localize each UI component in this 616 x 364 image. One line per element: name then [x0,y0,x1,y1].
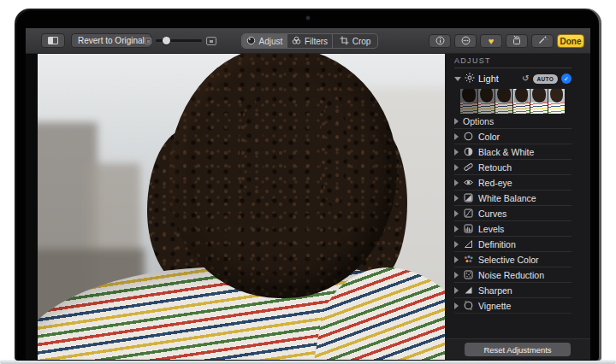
tab-adjust[interactable]: Adjust [242,34,287,48]
white-balance-icon [463,192,474,203]
compare-original-button[interactable] [41,33,65,48]
info-button[interactable] [429,34,451,48]
chevron-right-icon [454,241,459,248]
sidebar-item-label: Selective Color [478,255,539,265]
photo-canvas [26,54,445,360]
heart-icon: ♥ [489,37,495,46]
light-thumbnail[interactable] [478,89,495,114]
light-thumbnail[interactable] [548,89,566,114]
sidebar-item-white-balance[interactable]: White Balance [454,191,572,206]
chevron-right-icon [454,133,459,140]
sidebar-item-light[interactable]: Light ↺ AUTO ✓ [454,70,572,87]
crop-icon [340,36,349,47]
macbook-bezel: Revert to Original Adjust [15,9,601,361]
sidebar-item-vignette[interactable]: Vignette [454,298,572,314]
sidebar-item-label: Levels [478,224,504,234]
sidebar-item-noise-reduction[interactable]: Noise Reduction [454,267,572,283]
sidebar-item-color[interactable]: Color [454,129,572,144]
zoom-slider [145,33,216,48]
toolbar-right-buttons: ♥ Done [429,34,584,48]
sidebar-item-label: Color [478,132,500,142]
sidebar-item-sharpen[interactable]: Sharpen [454,283,572,298]
done-button-label: Done [560,37,582,46]
sidebar-item-label: White Balance [478,193,536,203]
light-thumbnail[interactable] [460,89,477,114]
rotate-icon [512,35,522,47]
sidebar-item-black-white[interactable]: Black & White [454,144,572,160]
ellipsis-circle-icon [461,36,471,47]
more-extensions-button[interactable] [454,34,477,48]
sidebar-footer: Reset Adjustments [445,338,590,360]
noise-reduction-icon [463,269,474,280]
sidebar-item-levels[interactable]: Levels [454,221,572,237]
edited-photo [38,54,445,360]
tab-label: Crop [352,37,371,46]
sidebar-item-curves[interactable]: Curves [454,206,572,221]
chevron-right-icon [454,287,459,294]
chevron-right-icon [454,256,459,263]
sidebar-item-label: Retouch [478,162,512,173]
favorite-button[interactable]: ♥ [480,34,502,48]
chevron-right-icon [454,272,459,279]
light-thumbnail[interactable] [495,89,512,114]
chevron-right-icon [454,179,459,186]
auto-enhance-button[interactable] [531,34,554,48]
photos-edit-window: Revert to Original Adjust [26,28,590,360]
light-thumbnail[interactable] [530,89,548,114]
options-label: Options [463,116,494,126]
chevron-right-icon [454,149,459,156]
tab-filters[interactable]: Filters [287,34,333,48]
magic-wand-icon [537,35,548,47]
light-thumbnail-selected[interactable] [513,89,530,114]
sidebar-item-label: Vignette [478,301,511,311]
light-options-toggle[interactable]: Options [454,114,572,129]
sidebar-item-label: Light [478,73,499,84]
done-button[interactable]: Done [557,34,584,48]
chevron-right-icon [454,164,459,171]
chevron-right-icon [454,210,459,217]
sidebar-item-label: Curves [478,208,506,219]
red-eye-icon [463,177,474,188]
chevron-right-icon [454,195,459,202]
subject-hair [240,98,264,203]
revert-button-label: Revert to Original [78,36,145,45]
webcam-icon [306,16,310,20]
sun-icon [465,71,475,86]
page: Revert to Original Adjust [0,0,616,364]
edit-content: ADJUST Light ↺ AUTO ✓ [26,54,590,360]
sidebar-item-selective-color[interactable]: Selective Color [454,252,572,267]
sharpen-icon [463,285,474,296]
zoom-slider-track[interactable] [156,39,202,42]
revert-button[interactable]: Revert to Original [71,33,151,48]
retouch-icon [463,161,474,173]
adjust-panel-title: ADJUST [454,54,572,68]
zoom-slider-knob[interactable] [163,37,170,44]
edit-mode-tabs: Adjust Filters Crop [241,33,378,49]
edit-toolbar: Revert to Original Adjust [26,28,590,54]
vignette-icon [463,300,474,311]
undo-arrow-icon[interactable]: ↺ [522,74,529,83]
selective-color-icon [463,254,474,265]
tab-crop[interactable]: Crop [333,34,377,48]
chevron-right-icon [454,302,459,309]
blue-checkmark-icon[interactable]: ✓ [561,73,572,84]
definition-icon [463,238,474,250]
rotate-button[interactable] [506,34,528,48]
chevron-down-icon[interactable] [454,77,461,81]
sidebar-item-retouch[interactable]: Retouch [454,160,572,175]
sidebar-item-label: Definition [478,239,516,250]
tab-label: Filters [305,37,328,46]
sidebar-item-label: Red-eye [478,178,512,188]
light-strength-strip [460,89,565,114]
chevron-right-icon [454,226,459,232]
chevron-right-icon [454,118,459,125]
auto-badge[interactable]: AUTO [533,74,559,84]
sidebar-item-definition[interactable]: Definition [454,237,572,252]
sidebar-item-red-eye[interactable]: Red-eye [454,175,572,191]
filters-icon [292,36,301,47]
reset-adjustments-label: Reset Adjustments [483,345,551,355]
small-photo-icon [145,38,151,44]
reset-adjustments-button[interactable]: Reset Adjustments [465,343,571,356]
adjust-dial-icon [246,36,256,47]
tab-label: Adjust [259,37,283,46]
